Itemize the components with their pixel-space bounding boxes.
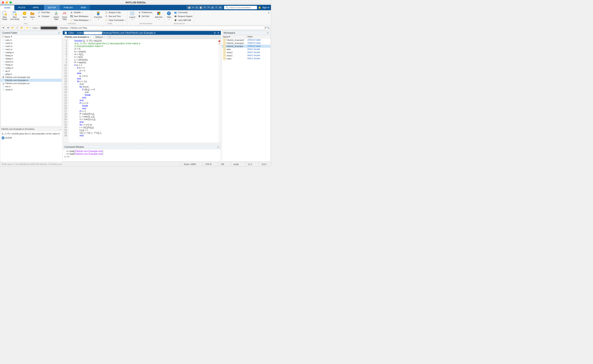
- file-item[interactable]: 📄FileInfo.com Example.m: [1, 79, 61, 82]
- window-minimize[interactable]: [6, 1, 8, 4]
- code-line[interactable]: s=0;: [74, 83, 212, 85]
- workspace-item[interactable]: ⊞class2560x1 double: [222, 51, 270, 54]
- code-line[interactable]: end: [74, 96, 212, 99]
- code-line[interactable]: L = zeros(m);: [74, 58, 212, 61]
- code-line[interactable]: for k=j:m: [74, 85, 212, 88]
- details-function[interactable]: elu2(A): [5, 136, 12, 139]
- status-encoding[interactable]: UTF-8: [202, 162, 214, 166]
- panel-menu-icon[interactable]: ⊙: [58, 32, 60, 34]
- run-time-button[interactable]: ⏱Run and Time: [104, 14, 126, 18]
- switch-icon[interactable]: ⊞: [211, 6, 214, 9]
- ribbon-collapse[interactable]: ▴: [267, 10, 271, 14]
- code-line[interactable]: % [L, U, P] = elu2(A) gives the LU decom…: [74, 42, 212, 45]
- code-line[interactable]: break: [74, 104, 212, 107]
- code-line[interactable]: r = U(i,j)/U(j,j);: [74, 126, 212, 129]
- ws-menu-icon[interactable]: ⊙: [267, 32, 269, 34]
- code-line[interactable]: end: [74, 99, 212, 102]
- code-line[interactable]: % and permutation matrix P: [74, 45, 212, 48]
- error-marker[interactable]: [219, 44, 220, 44]
- code-line[interactable]: b = size(A);: [74, 50, 212, 53]
- path-dropdown[interactable]: ▾: [265, 26, 266, 29]
- variable-button[interactable]: ⊞Variable: [69, 11, 91, 14]
- code-line[interactable]: end: [74, 121, 212, 124]
- code-line[interactable]: p = m-1;: [74, 75, 212, 77]
- cut-icon[interactable]: ✂: [192, 6, 195, 9]
- file-item[interactable]: 📄cpoly.m: [1, 88, 61, 91]
- file-item[interactable]: 🗄FileInfo.com Example.mat: [1, 76, 61, 79]
- error-indicator[interactable]: [218, 40, 220, 42]
- code-line[interactable]: if s == 0;: [74, 102, 212, 104]
- search-input[interactable]: [229, 6, 256, 9]
- cmd-menu-icon[interactable]: ⊙: [217, 146, 219, 148]
- file-item[interactable]: 📄rotdeg.m: [1, 51, 61, 54]
- help-icon[interactable]: ?: [215, 6, 218, 9]
- copy-icon[interactable]: ⧉: [195, 6, 198, 9]
- file-item[interactable]: 📄row3.m: [1, 42, 61, 45]
- search-documentation[interactable]: 🔍: [224, 6, 257, 9]
- community-button[interactable]: 👥Community: [174, 11, 193, 14]
- import-data-button[interactable]: Import Data: [53, 11, 60, 21]
- code-line[interactable]: if s > j: [74, 110, 212, 113]
- code-line[interactable]: for j = 1:p: [74, 80, 212, 83]
- compare-button[interactable]: ⇄Compare: [37, 14, 50, 18]
- file-item[interactable]: 📄Pdeg.m: [1, 63, 61, 66]
- editor-menu-icon[interactable]: ⊙: [214, 32, 216, 34]
- addons-button[interactable]: Add-Ons: [154, 11, 163, 21]
- code-line[interactable]: L(i,j) = r;: [74, 129, 212, 131]
- code-line[interactable]: P = eye(m);: [74, 61, 212, 64]
- workspace-item[interactable]: ⊞class560x1 double: [222, 57, 270, 60]
- breadcrumb-user[interactable]: ███████████: [41, 27, 57, 29]
- paste-icon[interactable]: 📋: [199, 6, 202, 9]
- code-line[interactable]: if m > 1: [74, 64, 212, 66]
- file-item[interactable]: 📄Qdeg.m: [1, 57, 61, 60]
- details-collapse[interactable]: ⌄: [59, 128, 61, 130]
- favorites-button[interactable]: Favorites: [93, 11, 103, 21]
- new-button[interactable]: + New: [21, 11, 28, 21]
- status-cr[interactable]: CR: [218, 162, 227, 166]
- save-icon[interactable]: [188, 6, 191, 9]
- code-line[interactable]: end: [74, 107, 212, 110]
- workspace-item[interactable]: ⊞FileInfo_Example1000x10 table: [222, 45, 270, 48]
- clear-commands-button[interactable]: 🧹Clear Commands: [104, 18, 126, 22]
- breadcrumb-users[interactable]: Users: [32, 27, 38, 29]
- help-button[interactable]: ? Help: [166, 11, 172, 21]
- split-handle[interactable]: ⋯: [62, 143, 221, 144]
- tab-plots[interactable]: PLOTS: [14, 5, 29, 10]
- breadcrumb-folder[interactable]: FileInfo.com Files: [70, 27, 87, 29]
- open-button[interactable]: Open: [29, 11, 35, 21]
- code-line[interactable]: if m > n: [74, 66, 212, 69]
- code-line[interactable]: U = row1(U,s,j);: [74, 118, 212, 121]
- file-item[interactable]: 📄row2.m: [1, 45, 61, 48]
- sort-icon[interactable]: ▾: [11, 35, 12, 38]
- tab-view[interactable]: VIEW: [77, 5, 90, 10]
- forward-button[interactable]: ➡: [6, 26, 10, 30]
- code-line[interactable]: if U(k,j) ~= 0: [74, 88, 212, 91]
- breadcrumb[interactable]: 📁 / ▸ Users ▸ ███████████ ▸ Desktop ▸ Fi…: [25, 26, 264, 30]
- checkbox-icon[interactable]: ☐: [2, 35, 4, 38]
- browse-button[interactable]: 📂: [20, 26, 24, 30]
- workspace-item[interactable]: ⊞data560x2 double: [222, 48, 270, 51]
- layout-button[interactable]: Layout: [128, 11, 136, 21]
- file-item[interactable]: 📄soln.m: [1, 39, 61, 42]
- code-line[interactable]: else: [74, 72, 212, 75]
- command-line[interactable]: fx >>: [64, 155, 219, 158]
- signin-link[interactable]: Sign In: [262, 6, 270, 9]
- back-button[interactable]: ⬅: [1, 26, 5, 30]
- code-line[interactable]: n = b(2);: [74, 56, 212, 58]
- tab-close-icon[interactable]: ×: [104, 36, 105, 38]
- editor-close-icon[interactable]: ✕: [217, 32, 219, 34]
- file-item[interactable]: 📄nullsp.m: [1, 66, 61, 69]
- tab-apps[interactable]: APPS: [29, 5, 42, 10]
- editor-tab[interactable]: Qdeg.m×: [94, 35, 108, 39]
- preferences-button[interactable]: ⚙Preferences: [137, 11, 153, 14]
- code-line[interactable]: U(i,:) = U(i,:) - r*U(j,:);: [74, 131, 212, 134]
- new-live-script-button[interactable]: + New Live Script: [9, 11, 20, 21]
- undo-icon[interactable]: ↶: [203, 6, 206, 9]
- editor-tab[interactable]: FileInfo.com Example.m×: [63, 35, 94, 39]
- clean-data-button[interactable]: Clean Data: [61, 11, 68, 21]
- up-folder-button[interactable]: 📁: [11, 26, 14, 30]
- tab-editor[interactable]: EDITOR: [44, 5, 60, 10]
- add-tab-button[interactable]: +: [108, 35, 113, 39]
- code-line[interactable]: s=k;: [74, 91, 212, 94]
- file-item[interactable]: 📊FileInfo.com Example.csv: [1, 82, 61, 85]
